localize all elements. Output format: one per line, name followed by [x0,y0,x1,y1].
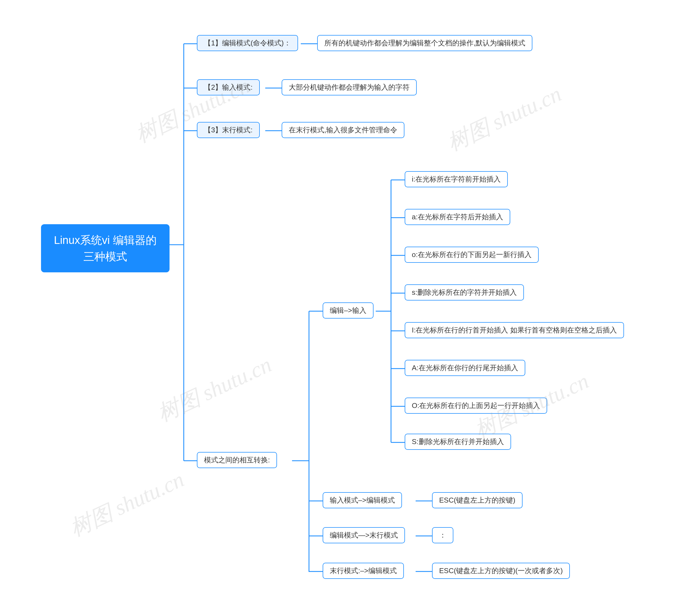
node-mode-2-detail[interactable]: 大部分机键动作都会理解为输入的字符 [282,79,417,95]
mode-3-detail: 在末行模式,输入很多文件管理命令 [289,125,397,135]
node-insert-i[interactable]: i:在光标所在字符前开始插入 [405,171,508,187]
input-to-edit-detail: ESC(键盘左上方的按键) [439,496,516,505]
mode-2-label: 【2】输入模式: [204,82,253,92]
node-last-to-edit[interactable]: 末行模式:–>编辑模式 [323,563,404,579]
insert-cap-i: I:在光标所在行的行首开始插入 如果行首有空格则在空格之后插入 [412,325,617,335]
insert-cap-a: A:在光标所在你行的行尾开始插入 [412,363,518,373]
node-mode-4[interactable]: 模式之间的相互转换: [197,452,277,468]
node-mode-3[interactable]: 【3】末行模式: [197,122,260,138]
insert-s: s:删除光标所在的字符并开始插入 [412,288,517,297]
insert-cap-s: S:删除光标所在行并开始插入 [412,437,504,447]
node-insert-s[interactable]: s:删除光标所在的字符并开始插入 [405,284,524,300]
insert-cap-o: O:在光标所在行的上面另起一行开始插入 [412,401,540,410]
node-mode-3-detail[interactable]: 在末行模式,输入很多文件管理命令 [282,122,404,138]
node-mode-1-detail[interactable]: 所有的机键动作都会理解为编辑整个文档的操作,默认为编辑模式 [317,35,532,51]
insert-o: o:在光标所在行的下面另起一新行插入 [412,250,531,259]
insert-i: i:在光标所在字符前开始插入 [412,174,501,184]
node-insert-cap-s[interactable]: S:删除光标所在行并开始插入 [405,434,511,450]
root-line2: 三种模式 [83,250,127,263]
watermark: 树图 shutu.cn [65,465,189,544]
node-last-to-edit-detail[interactable]: ESC(键盘左上方的按键)(一次或者多次) [432,563,570,579]
node-insert-cap-o[interactable]: O:在光标所在行的上面另起一行开始插入 [405,398,547,414]
last-to-edit-detail: ESC(键盘左上方的按键)(一次或者多次) [439,566,563,576]
edit-to-input-label: 编辑–>输入 [330,306,367,315]
input-to-edit-label: 输入模式–>编辑模式 [330,496,395,505]
root-node[interactable]: Linux系统vi 编辑器的 三种模式 [41,224,170,272]
last-to-edit-label: 末行模式:–>编辑模式 [330,566,397,576]
insert-a: a:在光标所在字符后开始插入 [412,212,503,222]
node-insert-a[interactable]: a:在光标所在字符后开始插入 [405,209,510,225]
mode-2-detail: 大部分机键动作都会理解为输入的字符 [289,82,409,92]
node-insert-o[interactable]: o:在光标所在行的下面另起一新行插入 [405,247,539,263]
node-input-to-edit-detail[interactable]: ESC(键盘左上方的按键) [432,492,523,508]
watermark: 树图 shutu.cn [443,79,566,158]
node-insert-cap-i[interactable]: I:在光标所在行的行首开始插入 如果行首有空格则在空格之后插入 [405,322,624,338]
root-line1: Linux系统vi 编辑器的 [54,234,157,246]
mode-1-label: 【1】编辑模式(命令模式)： [204,38,291,48]
edit-to-last-label: 编辑模式—>末行模式 [330,530,398,540]
mode-3-label: 【3】末行模式: [204,125,253,135]
node-insert-cap-a[interactable]: A:在光标所在你行的行尾开始插入 [405,360,525,376]
watermark: 树图 shutu.cn [153,350,276,429]
node-input-to-edit[interactable]: 输入模式–>编辑模式 [323,492,402,508]
node-edit-to-last-detail[interactable]: ： [432,527,453,543]
mode-4-label: 模式之间的相互转换: [204,455,270,465]
mode-1-detail: 所有的机键动作都会理解为编辑整个文档的操作,默认为编辑模式 [324,38,525,48]
node-mode-2[interactable]: 【2】输入模式: [197,79,260,95]
edit-to-last-detail: ： [439,530,446,540]
node-mode-1[interactable]: 【1】编辑模式(命令模式)： [197,35,298,51]
node-edit-to-input[interactable]: 编辑–>输入 [323,302,374,319]
node-edit-to-last[interactable]: 编辑模式—>末行模式 [323,527,405,543]
